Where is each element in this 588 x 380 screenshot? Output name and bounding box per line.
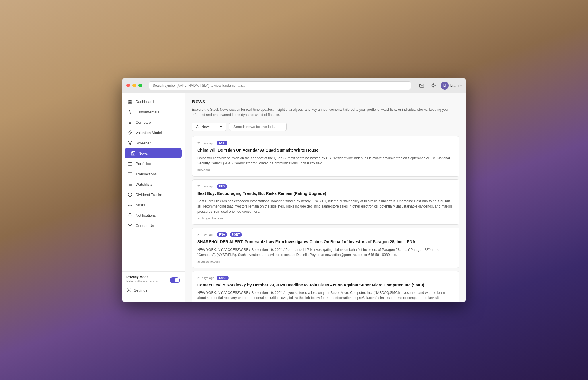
news-meta: 21 days ago NSC: [197, 141, 454, 145]
svg-marker-16: [128, 141, 132, 145]
privacy-mode-info: Privacy Mode Hide portfolio amounts: [126, 275, 158, 283]
sidebar-item-alerts[interactable]: Alerts: [122, 200, 185, 210]
svg-point-1: [432, 84, 434, 87]
sidebar-item-dividend-tracker[interactable]: Dividend Tracker: [122, 189, 185, 200]
news-tag: BBY: [217, 184, 227, 189]
news-meta: 21 days ago SMCI: [197, 276, 454, 280]
symbol-search-input[interactable]: [229, 123, 287, 131]
news-filter-dropdown[interactable]: All News ▾: [192, 123, 226, 131]
settings-icon: [126, 288, 131, 293]
alerts-icon: [127, 202, 133, 208]
sidebar-item-watchlists[interactable]: Watchlists: [122, 179, 185, 189]
news-source: seekingalpha.com: [197, 216, 454, 220]
news-time: 21 days ago: [197, 233, 214, 236]
sidebar-item-label: Notifications: [136, 213, 156, 218]
sidebar-item-news[interactable]: News: [125, 148, 182, 158]
news-body: NEW YORK, NY / ACCESSWIRE / September 19…: [197, 247, 454, 257]
svg-line-8: [432, 87, 432, 87]
svg-point-28: [128, 290, 129, 291]
news-time: 21 days ago: [197, 276, 214, 280]
contact-us-icon: [127, 223, 133, 228]
toggle-knob: [175, 278, 179, 282]
sidebar-item-label: Fundamentals: [136, 110, 159, 114]
avatar: LI: [441, 82, 449, 90]
username-label: Liam: [450, 83, 459, 88]
compare-icon: [127, 120, 133, 125]
news-headline: Best Buy: Encouraging Trends, But Risks …: [197, 191, 454, 197]
sidebar-item-label: Compare: [136, 120, 151, 125]
news-item[interactable]: 21 days ago FNAPGNT SHAREHOLDER ALERT: P…: [192, 228, 459, 268]
news-meta: 21 days ago FNAPGNT: [197, 232, 454, 237]
svg-rect-13: [130, 102, 132, 103]
sidebar-item-transactions[interactable]: Transactions: [122, 169, 185, 179]
sidebar-item-label: News: [138, 151, 148, 156]
svg-rect-17: [128, 163, 132, 165]
sidebar-item-label: Dividend Tracker: [136, 193, 164, 197]
news-source: ndtv.com: [197, 168, 454, 172]
privacy-mode-sublabel: Hide portfolio amounts: [126, 280, 158, 283]
svg-marker-15: [128, 131, 132, 134]
sidebar-item-contact-us[interactable]: Contact Us: [122, 220, 185, 231]
sidebar-item-label: Contact Us: [136, 224, 154, 228]
transactions-icon: [127, 171, 133, 177]
news-item[interactable]: 21 days ago SMCI Contact Levi & Korsinsk…: [192, 271, 459, 302]
watchlists-icon: [127, 182, 133, 187]
sidebar-item-label: Portfolios: [136, 162, 151, 166]
svg-rect-10: [128, 100, 130, 101]
header-actions: LI Liam ▾: [418, 82, 462, 90]
svg-line-9: [435, 84, 435, 84]
svg-line-5: [435, 87, 435, 87]
news-tag: FNA: [217, 232, 227, 237]
news-tag: NSC: [217, 141, 227, 145]
theme-icon[interactable]: [429, 82, 437, 90]
page-title: News: [192, 99, 459, 105]
news-list: 21 days ago NSC China Will Be "High On A…: [192, 136, 459, 302]
sidebar-item-screener[interactable]: Screener: [122, 138, 185, 148]
sidebar-item-label: Alerts: [136, 203, 145, 207]
chevron-down-icon: ▾: [460, 84, 462, 87]
svg-rect-12: [128, 102, 130, 103]
user-menu[interactable]: LI Liam ▾: [441, 82, 462, 90]
global-search-input[interactable]: [149, 81, 411, 90]
dropdown-value: All News: [196, 125, 211, 129]
news-tag: SMCI: [217, 276, 229, 280]
news-item[interactable]: 21 days ago NSC China Will Be "High On A…: [192, 136, 459, 177]
mail-icon[interactable]: [418, 82, 426, 90]
svg-line-4: [432, 84, 432, 84]
valuation-model-icon: [127, 130, 133, 135]
app-window: LI Liam ▾ Dashboard Fundamentals Compare…: [122, 78, 466, 302]
news-body: NEW YORK, NY / ACCESSWIRE / September 19…: [197, 290, 454, 302]
news-source: accesswire.com: [197, 260, 454, 263]
sidebar-item-compare[interactable]: Compare: [122, 117, 185, 127]
portfolios-icon: [127, 161, 133, 166]
news-meta: 21 days ago BBY: [197, 184, 454, 189]
privacy-mode-row: Privacy Mode Hide portfolio amounts: [126, 275, 180, 285]
dividend-tracker-icon: [127, 192, 133, 197]
sidebar-item-fundamentals[interactable]: Fundamentals: [122, 107, 185, 117]
sidebar-item-dashboard[interactable]: Dashboard: [122, 96, 185, 107]
dropdown-chevron-icon: ▾: [220, 125, 222, 129]
news-item[interactable]: 21 days ago BBY Best Buy: Encouraging Tr…: [192, 179, 459, 225]
sidebar-item-label: Transactions: [136, 172, 157, 176]
sidebar-bottom: Privacy Mode Hide portfolio amounts: [122, 271, 185, 298]
sidebar-item-portfolios[interactable]: Portfolios: [122, 158, 185, 169]
app-body: Dashboard Fundamentals Compare Valuation…: [122, 93, 466, 302]
notifications-icon: [127, 213, 133, 218]
svg-rect-11: [130, 100, 132, 101]
news-headline: SHAREHOLDER ALERT: Pomerantz Law Firm In…: [197, 239, 454, 245]
sidebar-item-notifications[interactable]: Notifications: [122, 210, 185, 220]
minimize-button[interactable]: [132, 84, 136, 87]
news-icon: [130, 151, 136, 156]
news-time: 21 days ago: [197, 141, 214, 145]
close-button[interactable]: [126, 84, 130, 87]
sidebar-item-valuation-model[interactable]: Valuation Model: [122, 127, 185, 138]
news-time: 21 days ago: [197, 185, 214, 188]
dashboard-icon: [127, 99, 133, 104]
settings-item[interactable]: Settings: [126, 285, 180, 295]
news-body: Best Buy's Q2 earnings exceeded expectat…: [197, 199, 454, 214]
maximize-button[interactable]: [138, 84, 142, 87]
main-content: News Explore the Stock News section for …: [185, 93, 466, 302]
privacy-toggle[interactable]: [170, 277, 180, 283]
sidebar: Dashboard Fundamentals Compare Valuation…: [122, 93, 185, 302]
news-headline: Contact Levi & Korsinsky by October 29, …: [197, 282, 454, 288]
